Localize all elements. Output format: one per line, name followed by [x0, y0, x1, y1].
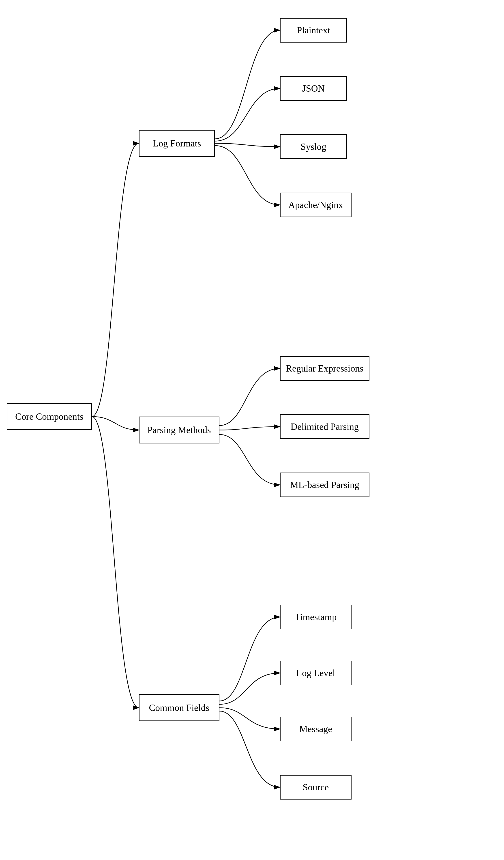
core-components-node: Core Components — [7, 403, 92, 430]
diagram-container: Core Components Log Formats Parsing Meth… — [0, 0, 504, 860]
plaintext-node: Plaintext — [280, 18, 347, 43]
source-node: Source — [280, 775, 351, 800]
json-node: JSON — [280, 76, 347, 101]
connector-lines — [0, 0, 504, 860]
message-node: Message — [280, 717, 351, 741]
delimited-node: Delimited Parsing — [280, 414, 370, 439]
log-formats-node: Log Formats — [139, 130, 215, 157]
log-level-node: Log Level — [280, 661, 351, 685]
syslog-node: Syslog — [280, 134, 347, 159]
apache-nginx-node: Apache/Nginx — [280, 192, 351, 217]
regex-node: Regular Expressions — [280, 356, 370, 381]
timestamp-node: Timestamp — [280, 605, 351, 629]
common-fields-node: Common Fields — [139, 694, 219, 721]
ml-parsing-node: ML-based Parsing — [280, 473, 370, 497]
parsing-methods-node: Parsing Methods — [139, 417, 219, 443]
